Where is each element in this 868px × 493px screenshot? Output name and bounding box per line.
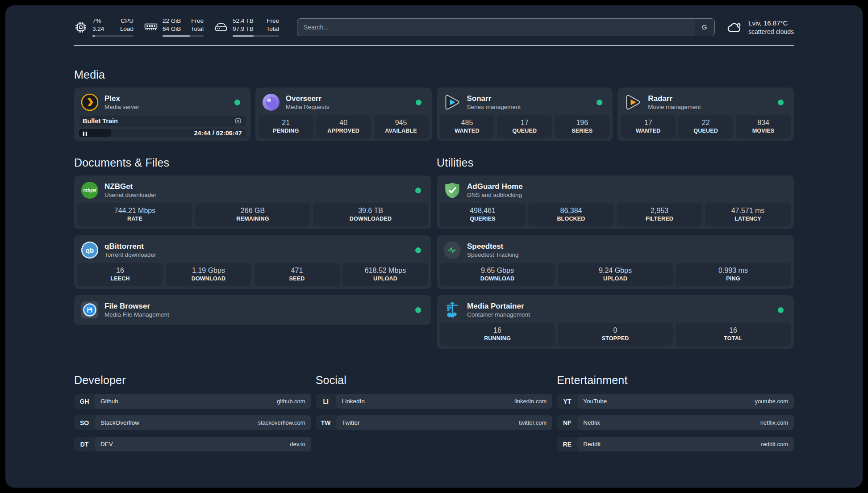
section-title-social: Social: [316, 374, 553, 387]
card-speedtest[interactable]: Speedtest Speedtest Tracking 9.65 Gbps D…: [437, 235, 794, 289]
cloud-icon: [726, 19, 743, 35]
link-github[interactable]: GH Github github.com: [74, 394, 311, 409]
memory-icon: [144, 21, 158, 34]
link-netflix[interactable]: NF Netflix netflix.com: [557, 415, 794, 430]
link-name: Netflix: [583, 419, 600, 426]
storage-total-value: 97.9 TB: [233, 25, 254, 33]
plex-name: Plex: [104, 94, 139, 103]
nzbget-name: NZBGet: [104, 182, 156, 191]
link-stackoverflow[interactable]: SO StackOverflow stackoverflow.com: [74, 415, 311, 430]
link-name: StackOverflow: [100, 419, 139, 426]
link-url: netflix.com: [760, 419, 788, 426]
section-title-entertainment: Entertainment: [557, 374, 794, 387]
cpu-progress-bar: [92, 35, 134, 37]
adguard-subtitle: DNS and adblocking: [467, 192, 523, 199]
plex-status-dot: [234, 100, 240, 105]
stat-download: 1.19 Gbps DOWNLOAD: [166, 263, 251, 286]
radarr-subtitle: Movie management: [648, 104, 701, 111]
section-title-utilities: Utilities: [437, 156, 794, 169]
link-name: LinkedIn: [342, 398, 365, 405]
stat-download: 9.65 Gbps DOWNLOAD: [440, 263, 555, 286]
card-adguard[interactable]: AdGuard Home DNS and adblocking 498,461 …: [437, 175, 794, 229]
section-title-documents: Documents & Files: [74, 156, 431, 169]
reddit-abbr: RE: [557, 437, 577, 451]
linkedin-abbr: LI: [316, 394, 336, 409]
speedtest-name: Speedtest: [467, 242, 519, 251]
radarr-status-dot: [778, 100, 784, 105]
dev-abbr: DT: [74, 437, 95, 451]
section-title-developer: Developer: [74, 374, 311, 387]
top-bar: 7% 3.24 CPU Load: [74, 17, 794, 37]
card-portainer[interactable]: Media Portainer Container management 16 …: [437, 295, 794, 349]
now-playing-title: Bullet Train: [83, 117, 118, 125]
card-sonarr[interactable]: Sonarr Series management 485 WANTED 17 Q…: [437, 88, 613, 141]
storage-free-label: Free: [266, 17, 279, 25]
radarr-name: Radarr: [648, 94, 701, 103]
cpu-progress-fill: [92, 35, 95, 37]
stat-queries: 498,461 QUERIES: [440, 203, 526, 226]
social-section: Social LI LinkedIn linkedin.com TW Twitt…: [316, 374, 553, 451]
portainer-name: Media Portainer: [467, 301, 530, 311]
search-engine-button[interactable]: G: [694, 19, 714, 36]
memory-progress-bar: [163, 35, 204, 37]
link-name: DEV: [100, 441, 113, 447]
search-input[interactable]: [297, 18, 715, 36]
search-bar: G: [297, 18, 715, 36]
stat-upload: 9.24 Gbps UPLOAD: [558, 263, 673, 286]
stat-available: 945 AVAILABLE: [374, 115, 429, 138]
card-plex[interactable]: Plex Media server Bullet Train 24:44: [74, 88, 250, 141]
link-twitter[interactable]: TW Twitter twitter.com: [316, 415, 553, 430]
netflix-abbr: NF: [557, 415, 577, 430]
link-url: reddit.com: [761, 441, 788, 447]
stat-queued: 17 QUEUED: [497, 115, 552, 138]
card-qbittorrent[interactable]: qb qBittorrent Torrent downloader 16 LEE…: [74, 235, 431, 289]
card-filebrowser[interactable]: File Browser Media File Management: [74, 295, 431, 325]
stat-blocked: 86,384 BLOCKED: [528, 203, 614, 226]
link-youtube[interactable]: YT YouTube youtube.com: [557, 394, 794, 409]
stat-filtered: 2,953 FILTERED: [617, 203, 702, 226]
filebrowser-name: File Browser: [104, 301, 169, 311]
link-url: dev.to: [290, 441, 305, 447]
weather-widget: Lviv, 16.87°C scattered clouds: [726, 19, 794, 35]
filebrowser-icon: [81, 301, 99, 319]
overseerr-icon: [262, 93, 280, 111]
link-dev[interactable]: DT DEV dev.to: [74, 437, 311, 451]
card-nzbget[interactable]: nzbget NZBGet Usenet downloader 744.21 M…: [74, 175, 431, 229]
memory-free-label: Free: [191, 17, 204, 25]
link-name: Github: [100, 398, 118, 405]
link-reddit[interactable]: RE Reddit reddit.com: [557, 437, 794, 451]
pause-icon: [82, 130, 88, 136]
media-grid: Plex Media server Bullet Train 24:44: [74, 88, 794, 141]
cpu-icon: [74, 21, 88, 34]
card-overseerr[interactable]: Overseerr Media Requests 21 PENDING 40 A…: [255, 88, 432, 141]
weather-condition: scattered clouds: [748, 28, 794, 35]
stat-queued: 22 QUEUED: [678, 115, 733, 138]
qbittorrent-subtitle: Torrent downloader: [104, 251, 156, 259]
adguard-name: AdGuard Home: [467, 182, 523, 191]
stat-movies: 834 MOVIES: [736, 115, 791, 138]
documents-column: Documents & Files nzbget NZBGet Usenet d…: [74, 156, 431, 349]
link-linkedin[interactable]: LI LinkedIn linkedin.com: [316, 394, 553, 409]
screen-icon: [234, 117, 242, 125]
sonarr-icon: [443, 93, 461, 111]
link-url: github.com: [277, 398, 305, 405]
card-radarr[interactable]: Radarr Movie management 17 WANTED 22 QUE…: [618, 88, 794, 141]
storage-icon: [214, 21, 228, 34]
link-url: youtube.com: [755, 398, 788, 405]
qbittorrent-icon: qb: [81, 241, 99, 259]
radarr-icon: [624, 93, 642, 111]
memory-widget: 22 GiB 64 GiB Free Total: [144, 17, 204, 37]
cpu-load-value: 3.24: [92, 25, 104, 33]
filebrowser-status-dot: [415, 307, 421, 313]
memory-total-label: Total: [191, 25, 204, 33]
dashboard: 7% 3.24 CPU Load: [5, 5, 863, 488]
header-divider: [74, 45, 794, 46]
qbittorrent-status-dot: [415, 247, 421, 253]
overseerr-name: Overseerr: [286, 94, 330, 103]
stat-leech: 16 LEECH: [77, 263, 163, 286]
developer-section: Developer GH Github github.com SO StackO…: [74, 374, 311, 451]
utilities-column: Utilities: [437, 156, 794, 349]
portainer-icon: [443, 301, 461, 319]
adguard-icon: [443, 181, 461, 199]
plex-now-playing: Bullet Train: [79, 116, 246, 126]
